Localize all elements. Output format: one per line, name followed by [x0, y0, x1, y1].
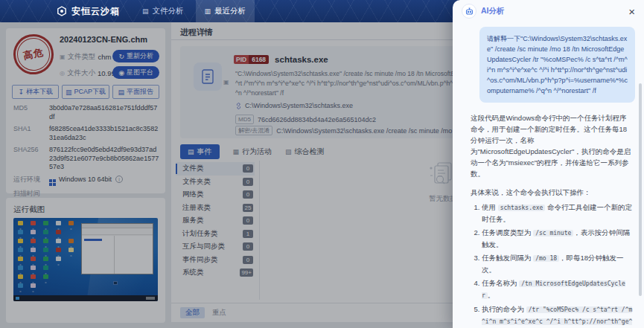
- nav-tab-recent-analysis[interactable]: ▥ 最近分析: [196, 0, 255, 22]
- ai-panel-header: AI分析 ×: [453, 0, 644, 22]
- vm-screenshot-thumbnail[interactable]: [13, 218, 158, 301]
- file-type-row: ▣ 文件类型chm: [60, 52, 112, 62]
- category-services[interactable]: 服务类0: [176, 214, 255, 228]
- category-mutex-sync[interactable]: 互斥与同步类0: [176, 240, 255, 254]
- category-files[interactable]: 文件类0: [176, 162, 255, 176]
- deobfuscate-badge: 解密/去混淆: [235, 126, 272, 135]
- category-scheduled-tasks[interactable]: 计划任务类1: [176, 228, 255, 241]
- package-icon: ▥: [66, 89, 72, 96]
- category-folders[interactable]: 文件夹类0: [176, 176, 255, 189]
- ai-step: 执行的命令为 /tr "%coMSPec% /c s^ta^rt /^m^i^n…: [482, 304, 634, 328]
- hash-row-md5: MD53b0d0a7e728aa516281e751fdddf57df: [13, 104, 159, 121]
- category-registry[interactable]: 注册表类25: [176, 202, 255, 215]
- refresh-icon: ↻: [118, 53, 124, 60]
- hash-row-sha256: SHA256876122fcc9e0d5ebd42df9e93d37ad23d9…: [13, 146, 159, 172]
- app-root: 安恒云沙箱 ▤ 文件分析 ▥ 最近分析 高危 20240123CN-ENG.ch…: [0, 0, 644, 328]
- file-type-icon: ▣: [60, 54, 66, 60]
- md5-badge: MD5: [235, 115, 254, 124]
- tab-detection[interactable]: ▧综合检测: [285, 147, 325, 157]
- reanalyze-button[interactable]: ↻重新分析: [112, 50, 159, 62]
- brand-title: 安恒云沙箱: [71, 5, 120, 18]
- process-md5-row: MD5 76cd6626dd8834bd4a42e6a565104dc2: [235, 115, 376, 124]
- windows-logo-icon: [49, 179, 56, 186]
- process-title-row: PID6168 schtasks.exe: [234, 55, 328, 64]
- nav-tab-file-analysis[interactable]: ▤ 文件分析: [133, 0, 193, 22]
- risk-seal-badge: 高危: [10, 30, 57, 78]
- count-badge: 1: [243, 230, 253, 238]
- link-icon: [235, 103, 242, 109]
- sample-download-button[interactable]: ↧样本下载: [12, 85, 59, 99]
- vm-console-icon: [113, 281, 118, 285]
- filter-focus-button[interactable]: 重点: [212, 308, 226, 318]
- count-badge: 99+: [240, 268, 253, 277]
- user-message-bubble: 请解释一下"C:\Windows\System32\schtasks.exe" …: [479, 27, 635, 103]
- scrollbar-thumb[interactable]: [639, 83, 642, 296]
- vm-window: [81, 223, 153, 274]
- ai-step: 使用 schtasks.exe 命令行工具创建一个新的定时任务。: [482, 202, 634, 225]
- report-button[interactable]: ▤平面报告: [112, 85, 159, 99]
- process-path-row[interactable]: C:\Windows\System32\schtasks.exe: [235, 102, 353, 109]
- count-badge: 0: [243, 256, 253, 264]
- report-icon: ▤: [118, 89, 125, 96]
- vm-taskbar: [13, 295, 158, 301]
- ai-step: 任务名称为 /tn MicrosoftEdgeUpdatesCycler。: [482, 278, 634, 301]
- file-size-icon: ◎: [60, 70, 65, 77]
- count-badge: 0: [243, 178, 253, 186]
- tab-events[interactable]: ▤事件: [180, 144, 220, 159]
- document-icon: ▤: [142, 7, 149, 15]
- download-icon: ↧: [18, 89, 24, 96]
- download-actions: ↧样本下载 ▥PCAP下载 ▤平面报告: [12, 85, 159, 99]
- ai-analysis-panel: AI分析 × 请解释一下"C:\Windows\System32\schtask…: [453, 0, 644, 328]
- terminal-icon: ▣: [223, 79, 229, 86]
- process-name: schtasks.exe: [275, 55, 328, 64]
- count-badge: 0: [243, 242, 253, 251]
- runtime-screenshot-card: 运行截图: [6, 198, 165, 323]
- target-icon: ◉: [118, 69, 124, 77]
- count-badge: 0: [243, 216, 253, 225]
- ai-response: 这段代码是Windows命令行中的一个任务计划程序命令，用于创建一个新的定时任务…: [471, 112, 634, 328]
- ai-panel-title: AI分析: [481, 6, 505, 16]
- category-system[interactable]: 系统类99+: [176, 266, 255, 280]
- process-md5-value: 76cd6626dd8834bd4a42e6a565104dc2: [258, 116, 376, 123]
- scan-time-row: 扫描时间: [13, 190, 159, 199]
- event-category-list: 文件类0 文件夹类0 网络类0 注册表类25 服务类0 计划任务类1 互斥与同步…: [176, 162, 255, 280]
- pcap-download-button[interactable]: ▥PCAP下载: [62, 85, 109, 99]
- ai-step: 任务触发间隔为 /mo 18，即每18分钟触发一次。: [482, 253, 634, 275]
- starmap-button[interactable]: ◉星图平台: [112, 66, 159, 79]
- sample-filename: 20240123CN-ENG.chm: [60, 35, 147, 44]
- nav-tab-label: 文件分析: [153, 6, 184, 16]
- detail-tabs: ▤事件 ▦行为活动 ▧综合检测: [180, 144, 325, 159]
- robot-avatar-icon: [462, 4, 476, 19]
- process-path: C:\Windows\System32\schtasks.exe: [245, 102, 353, 109]
- filter-all-button[interactable]: 全部: [180, 307, 205, 318]
- info-icon[interactable]: i: [115, 176, 123, 183]
- pid-badge: PID6168: [234, 55, 269, 64]
- ai-paragraph: 这段代码是Windows命令行中的一个任务计划程序命令，用于创建一个新的定时任务…: [471, 112, 634, 179]
- ai-step: 任务调度类型为 /sc minute，表示按分钟间隔触发。: [482, 228, 634, 250]
- category-network[interactable]: 网络类0: [176, 188, 255, 202]
- grid-icon: ▦: [233, 148, 240, 155]
- ai-steps-list: 使用 schtasks.exe 命令行工具创建一个新的定时任务。 任务调度类型为…: [471, 202, 634, 328]
- vertical-divider: [259, 161, 260, 300]
- list-icon: ▤: [188, 148, 194, 155]
- close-icon[interactable]: ×: [628, 6, 635, 17]
- count-badge: 0: [243, 164, 253, 173]
- tab-behavior[interactable]: ▦行为活动: [233, 147, 272, 157]
- env-row: 运行环境 Windows 10 64biti: [13, 176, 159, 186]
- count-badge: 0: [243, 190, 253, 199]
- count-badge: 25: [243, 204, 253, 212]
- hash-row-sha1: SHA1f68285cea41de3333b1521ac8c358231ea6d…: [13, 125, 159, 142]
- screenshot-title: 运行截图: [13, 205, 45, 215]
- doc-check-icon: ▧: [285, 148, 292, 155]
- document-icon: ▥: [205, 7, 211, 15]
- ai-paragraph: 具体来说，这个命令会执行以下操作：: [471, 187, 634, 198]
- hexagon-logo-icon: [57, 6, 67, 16]
- nav-tab-label: 最近分析: [214, 6, 246, 16]
- brand-logo[interactable]: 安恒云沙箱: [57, 0, 120, 22]
- process-file-icon: [194, 62, 222, 91]
- sample-info-card: 高危 20240123CN-ENG.chm ▣ 文件类型chm ◎ 文件大小10…: [6, 28, 165, 193]
- category-event-sync[interactable]: 事件同步类0: [176, 254, 255, 267]
